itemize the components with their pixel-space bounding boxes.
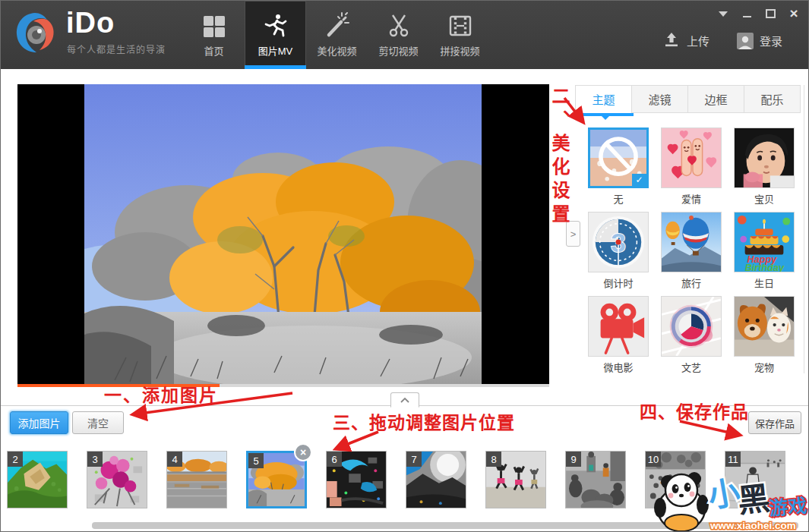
runner-icon — [263, 12, 289, 38]
thumb-number-badge: 2 — [8, 452, 23, 467]
theme-grid: ✓ 无 爱情 宝贝 3 倒计时 旅行 — [588, 127, 795, 374]
minimize-icon — [743, 16, 751, 17]
thumb-number-badge: 9 — [566, 452, 581, 467]
annotation-step3: 三、拖动调整图片位置 — [333, 408, 515, 434]
active-tab-underline — [576, 113, 634, 116]
theme-label: 倒计时 — [588, 275, 649, 290]
nav-cut-video[interactable]: 剪切视频 — [368, 1, 429, 69]
nav-beautify-video[interactable]: 美化视频 — [306, 1, 368, 69]
theme-label: 宝贝 — [734, 191, 795, 206]
theme-label: 生日 — [734, 275, 795, 290]
timeline-thumb-2[interactable]: 2 — [7, 451, 68, 508]
header-actions: 上传 登录 — [662, 31, 782, 50]
theme-label: 宠物 — [734, 360, 795, 374]
timeline-thumb-5-selected[interactable]: 5 × — [246, 451, 307, 508]
close-button[interactable]: × — [788, 8, 799, 19]
timeline-thumb-8[interactable]: 8 — [485, 451, 546, 508]
tab-theme[interactable]: 主题 — [575, 85, 632, 113]
app-tagline: 每个人都是生活的导演 — [67, 42, 166, 55]
timeline-thumb-3[interactable]: 3 — [87, 451, 147, 508]
theme-label: 爱情 — [661, 191, 722, 206]
nav-join-video[interactable]: 拼接视频 — [429, 1, 491, 69]
tab-border[interactable]: 边框 — [687, 85, 744, 113]
timeline-thumb-4[interactable]: 4 — [166, 451, 227, 508]
theme-label: 微电影 — [588, 360, 649, 374]
nav-photo-mv-label: 图片MV — [258, 43, 293, 58]
timeline-thumb-7[interactable]: 7 — [406, 451, 466, 508]
chevron-up-icon — [400, 398, 409, 403]
timeline-thumb-10[interactable]: 10 — [645, 451, 706, 508]
panel-right-edge — [804, 85, 804, 373]
annotation-step1: 一、添加图片 — [104, 381, 218, 407]
remove-thumb-button[interactable]: × — [294, 443, 312, 461]
theme-label: 文艺 — [661, 360, 722, 374]
timeline-thumb-9[interactable]: 9 — [565, 451, 626, 508]
nav-beautify-label: 美化视频 — [317, 43, 356, 58]
clear-button[interactable]: 清空 — [72, 411, 124, 434]
nav-cut-label: 剪切视频 — [378, 43, 418, 58]
tab-filter-label: 滤镜 — [648, 91, 671, 107]
thumb-number-badge: 4 — [167, 452, 182, 467]
titlebar: iDo 每个人都是生活的导演 首页 图片MV 美化视频 — [1, 1, 808, 69]
collapse-strip-button[interactable] — [390, 392, 419, 408]
svg-text:Birthday: Birthday — [745, 263, 785, 272]
tab-music[interactable]: 配乐 — [744, 85, 801, 113]
window-controls: × — [718, 7, 799, 20]
theme-artsy[interactable]: 文艺 — [661, 296, 722, 374]
clear-label: 清空 — [87, 415, 109, 430]
add-image-button[interactable]: 添加图片 — [10, 411, 68, 434]
user-icon — [737, 33, 754, 49]
login-button[interactable]: 登录 — [737, 33, 782, 49]
upload-icon — [662, 31, 681, 50]
theme-baby[interactable]: 宝贝 — [734, 127, 795, 206]
save-work-label: 保存作品 — [755, 416, 795, 430]
thumb-number-badge: 3 — [87, 452, 103, 467]
maximize-icon — [766, 9, 776, 18]
add-image-label: 添加图片 — [18, 415, 61, 430]
preview-photo — [84, 84, 482, 384]
theme-birthday[interactable]: HappyBirthday 生日 — [734, 212, 795, 290]
tab-theme-label: 主题 — [592, 91, 615, 107]
theme-travel[interactable]: 旅行 — [661, 212, 722, 290]
ido-logo-icon — [13, 11, 57, 55]
video-preview — [17, 84, 549, 384]
magic-wand-icon — [324, 12, 350, 38]
tab-music-label: 配乐 — [760, 91, 783, 107]
thumb-number-badge: 10 — [646, 452, 661, 467]
scissors-icon — [387, 12, 411, 38]
timeline-thumb-11[interactable]: 11 — [725, 451, 785, 508]
nav-home-label: 首页 — [204, 43, 223, 58]
check-icon: ✓ — [632, 174, 646, 186]
annotation-step4: 四、保存作品 — [640, 398, 749, 423]
theme-love[interactable]: 爱情 — [661, 127, 722, 206]
nav-photo-mv[interactable]: 图片MV — [245, 1, 306, 69]
tab-filter[interactable]: 滤镜 — [631, 85, 688, 113]
nav-home[interactable]: 首页 — [183, 1, 245, 69]
menu-caret-button[interactable] — [718, 8, 728, 19]
thumb-number-badge: 7 — [406, 452, 422, 467]
thumb-number-badge: 5 — [248, 453, 264, 468]
minimize-button[interactable] — [741, 8, 752, 19]
thumb-number-badge: 8 — [486, 452, 501, 467]
grid-icon — [203, 12, 226, 38]
theme-pet[interactable]: 宠物 — [734, 296, 795, 374]
horizontal-scrollbar[interactable] — [92, 522, 798, 529]
main-nav: 首页 图片MV 美化视频 剪切视频 — [183, 1, 491, 69]
theme-micro-movie[interactable]: 微电影 — [588, 296, 649, 374]
caret-down-icon — [719, 11, 728, 17]
thumb-number-badge: 11 — [725, 452, 741, 467]
maximize-button[interactable] — [765, 8, 776, 19]
playback-progress-bar — [17, 384, 549, 387]
timeline-thumb-6[interactable]: 6 — [326, 451, 387, 508]
upload-button[interactable]: 上传 — [662, 31, 709, 50]
ido-app-window: iDo 每个人都是生活的导演 首页 图片MV 美化视频 — [0, 0, 809, 532]
theme-none[interactable]: ✓ 无 — [588, 127, 649, 206]
save-work-button[interactable]: 保存作品 — [748, 411, 801, 434]
theme-countdown[interactable]: 3 倒计时 — [588, 212, 649, 290]
filmstrip-icon — [447, 12, 473, 38]
arrow-to-thumbnails — [337, 432, 378, 449]
panel-tabs: 主题 滤镜 边框 配乐 — [576, 85, 801, 113]
theme-label: 无 — [588, 191, 649, 206]
annotation-step2: 二、美化设置 — [546, 87, 573, 228]
image-timeline-strip: 2 3 4 5 × 6 7 8 9 — [7, 451, 785, 508]
